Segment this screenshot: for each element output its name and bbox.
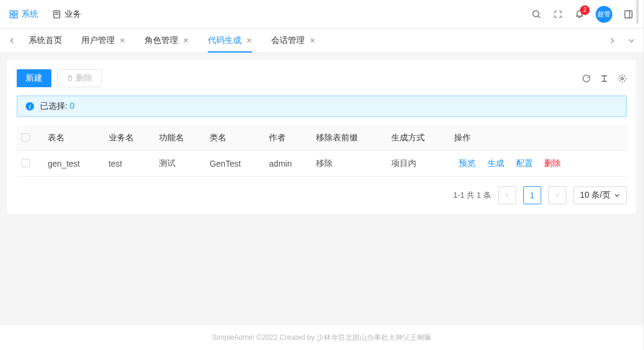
tab-home[interactable]: 系统首页: [19, 29, 72, 53]
tab-label: 角色管理: [145, 35, 178, 46]
app-header: 系统 业务 2 超管: [0, 0, 643, 29]
selection-alert: i 已选择: 0: [17, 96, 627, 117]
tab-label: 代码生成: [208, 35, 241, 46]
action-delete[interactable]: 删除: [544, 158, 561, 168]
nav-system-label: 系统: [22, 9, 38, 20]
trash-icon: [66, 75, 73, 82]
page-size-label: 10 条/页: [580, 190, 611, 201]
delete-button[interactable]: 删除: [57, 69, 102, 87]
bell-icon[interactable]: 2: [574, 9, 585, 20]
toolbar: 新建 删除: [17, 69, 627, 87]
tab-label: 系统首页: [29, 35, 62, 46]
svg-point-7: [533, 11, 539, 17]
col-header: 作者: [264, 125, 311, 151]
main-content: 新建 删除: [0, 53, 643, 326]
settings-icon[interactable]: [617, 73, 627, 83]
col-header: 生成方式: [387, 125, 449, 151]
svg-point-14: [621, 77, 623, 79]
col-header: 业务名: [104, 125, 155, 151]
close-icon[interactable]: ✕: [119, 36, 125, 45]
nav-business[interactable]: 业务: [53, 9, 81, 20]
density-icon[interactable]: [599, 73, 609, 83]
page-next[interactable]: [548, 186, 566, 204]
action-configure[interactable]: 配置: [516, 158, 533, 168]
info-icon: i: [26, 102, 34, 110]
svg-rect-0: [10, 11, 13, 14]
select-all-checkbox[interactable]: [22, 133, 30, 142]
cell-author: admin: [264, 151, 311, 177]
layout-toggle-icon[interactable]: [623, 9, 634, 20]
fullscreen-icon[interactable]: [553, 9, 563, 20]
svg-rect-3: [14, 15, 17, 18]
tab-role-mgmt[interactable]: 角色管理 ✕: [135, 29, 198, 53]
cell-func-name: 测试: [154, 151, 205, 177]
cell-table-name: gen_test: [43, 151, 104, 177]
cell-prefix: 移除: [311, 151, 386, 177]
cell-gen-type: 项目内: [387, 151, 449, 177]
tab-label: 用户管理: [81, 35, 115, 46]
close-icon[interactable]: ✕: [309, 36, 315, 45]
row-checkbox[interactable]: [22, 159, 30, 167]
svg-rect-1: [14, 11, 17, 14]
notification-badge: 2: [580, 5, 590, 15]
action-preview[interactable]: 预览: [459, 158, 476, 168]
nav-system[interactable]: 系统: [10, 9, 38, 20]
delete-button-label: 删除: [76, 73, 93, 84]
cell-class-name: GenTest: [205, 151, 264, 177]
header-actions: 2 超管: [531, 6, 634, 23]
col-header: 功能名: [154, 125, 205, 151]
tabs-scroll-left[interactable]: [5, 33, 19, 48]
page-size-select[interactable]: 10 条/页: [574, 186, 627, 204]
file-icon: [53, 10, 61, 19]
svg-rect-2: [10, 15, 13, 18]
col-header: 操作: [449, 125, 627, 151]
close-icon[interactable]: ✕: [183, 36, 189, 45]
data-table: 表名 业务名 功能名 类名 作者 移除表前缀 生成方式 操作 gen_test: [17, 125, 627, 177]
tab-code-gen[interactable]: 代码生成 ✕: [198, 29, 262, 53]
grid-icon: [10, 10, 18, 19]
cell-biz-name: test: [104, 151, 155, 177]
action-generate[interactable]: 生成: [487, 158, 504, 168]
alert-count: 0: [70, 101, 75, 110]
tab-user-mgmt[interactable]: 用户管理 ✕: [72, 29, 135, 53]
close-icon[interactable]: ✕: [246, 36, 252, 45]
col-header: 移除表前缀: [311, 125, 386, 151]
header-nav: 系统 业务: [10, 9, 81, 20]
page-info: 1-1 共 1 条: [453, 190, 491, 201]
svg-line-8: [538, 16, 540, 18]
alert-text: 已选择:: [40, 101, 68, 110]
avatar[interactable]: 超管: [596, 6, 612, 23]
create-button[interactable]: 新建: [17, 69, 51, 87]
table-header-row: 表名 业务名 功能名 类名 作者 移除表前缀 生成方式 操作: [17, 125, 627, 151]
refresh-icon[interactable]: [581, 73, 591, 83]
col-header: 类名: [205, 125, 264, 151]
cell-actions: 预览 生成 配置 删除: [449, 151, 627, 177]
pagination: 1-1 共 1 条 1 10 条/页: [17, 186, 627, 204]
tab-session-mgmt[interactable]: 会话管理 ✕: [262, 29, 325, 53]
table-row: gen_test test 测试 GenTest admin 移除 项目内 预览…: [17, 151, 627, 177]
tabs-list: 系统首页 用户管理 ✕ 角色管理 ✕ 代码生成 ✕ 会话管理 ✕: [19, 29, 605, 53]
chevron-down-icon: [614, 192, 620, 198]
panel: 新建 删除: [7, 60, 636, 214]
footer: SimpleAdmin ©2022 Created by 少林寺驻北固山办事处大…: [0, 326, 643, 350]
col-header: 表名: [43, 125, 104, 151]
tabs-bar: 系统首页 用户管理 ✕ 角色管理 ✕ 代码生成 ✕ 会话管理 ✕: [0, 29, 643, 53]
page-number[interactable]: 1: [523, 186, 541, 204]
svg-rect-9: [625, 11, 632, 18]
tabs-scroll-right[interactable]: [605, 33, 620, 48]
nav-business-label: 业务: [65, 9, 81, 20]
page-prev[interactable]: [498, 186, 516, 204]
search-icon[interactable]: [531, 9, 542, 20]
tabs-dropdown[interactable]: [624, 33, 639, 48]
tab-label: 会话管理: [271, 35, 305, 46]
